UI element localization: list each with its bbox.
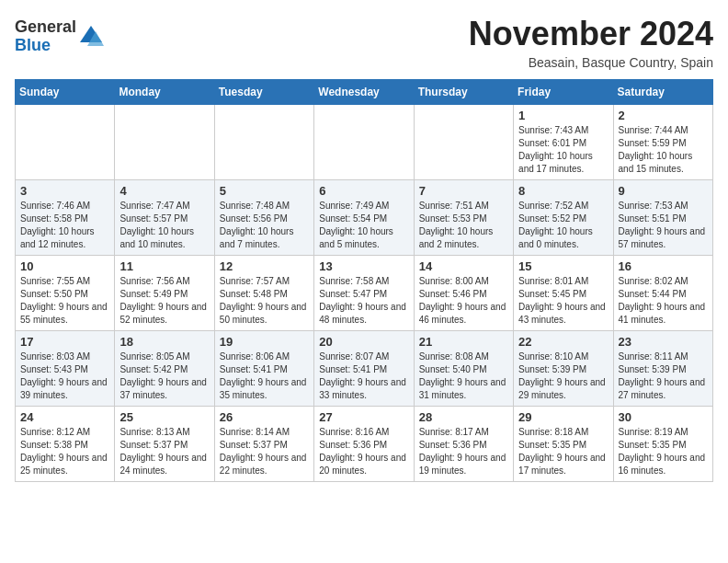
day-info: Sunrise: 7:56 AM Sunset: 5:49 PM Dayligh… <box>119 275 209 327</box>
day-info: Sunrise: 8:14 AM Sunset: 5:37 PM Dayligh… <box>220 426 309 477</box>
weekday-header-friday: Friday <box>514 80 613 105</box>
day-cell: 17Sunrise: 8:03 AM Sunset: 5:43 PM Dayli… <box>16 331 115 407</box>
day-cell: 26Sunrise: 8:14 AM Sunset: 5:37 PM Dayli… <box>214 407 313 482</box>
day-cell: 10Sunrise: 7:55 AM Sunset: 5:50 PM Dayli… <box>16 256 115 331</box>
day-cell: 2Sunrise: 7:44 AM Sunset: 5:59 PM Daylig… <box>613 105 712 180</box>
calendar-table: SundayMondayTuesdayWednesdayThursdayFrid… <box>15 79 713 482</box>
day-info: Sunrise: 8:02 AM Sunset: 5:44 PM Dayligh… <box>619 275 708 327</box>
day-info: Sunrise: 7:53 AM Sunset: 5:51 PM Dayligh… <box>619 200 708 251</box>
day-cell: 11Sunrise: 7:56 AM Sunset: 5:49 PM Dayli… <box>115 256 214 331</box>
day-info: Sunrise: 8:05 AM Sunset: 5:42 PM Dayligh… <box>119 350 209 402</box>
day-number: 13 <box>319 259 408 273</box>
day-number: 28 <box>419 410 508 424</box>
day-cell: 6Sunrise: 7:49 AM Sunset: 5:54 PM Daylig… <box>314 180 414 256</box>
day-number: 22 <box>518 335 608 349</box>
day-cell: 15Sunrise: 8:01 AM Sunset: 5:45 PM Dayli… <box>514 256 613 331</box>
day-number: 17 <box>20 335 109 349</box>
day-number: 21 <box>419 335 508 349</box>
day-cell: 19Sunrise: 8:06 AM Sunset: 5:41 PM Dayli… <box>214 331 313 407</box>
day-info: Sunrise: 8:06 AM Sunset: 5:41 PM Dayligh… <box>220 350 309 402</box>
day-number: 4 <box>119 184 209 198</box>
day-info: Sunrise: 7:57 AM Sunset: 5:48 PM Dayligh… <box>220 275 309 327</box>
weekday-header-thursday: Thursday <box>414 80 513 105</box>
day-info: Sunrise: 7:52 AM Sunset: 5:52 PM Dayligh… <box>518 200 608 251</box>
day-info: Sunrise: 8:07 AM Sunset: 5:41 PM Dayligh… <box>319 350 408 402</box>
day-info: Sunrise: 7:44 AM Sunset: 5:59 PM Dayligh… <box>619 124 708 176</box>
day-number: 14 <box>419 259 508 273</box>
week-row-1: 1Sunrise: 7:43 AM Sunset: 6:01 PM Daylig… <box>16 105 713 180</box>
week-row-4: 17Sunrise: 8:03 AM Sunset: 5:43 PM Dayli… <box>16 331 713 407</box>
day-number: 12 <box>220 259 309 273</box>
day-info: Sunrise: 7:49 AM Sunset: 5:54 PM Dayligh… <box>319 200 408 251</box>
day-info: Sunrise: 8:19 AM Sunset: 5:35 PM Dayligh… <box>619 426 708 477</box>
day-number: 19 <box>220 335 309 349</box>
location: Beasain, Basque Country, Spain <box>469 55 713 70</box>
weekday-header-tuesday: Tuesday <box>214 80 313 105</box>
day-number: 9 <box>619 184 708 198</box>
day-number: 10 <box>20 259 109 273</box>
day-info: Sunrise: 8:10 AM Sunset: 5:39 PM Dayligh… <box>518 350 608 402</box>
day-cell: 20Sunrise: 8:07 AM Sunset: 5:41 PM Dayli… <box>314 331 414 407</box>
day-cell: 12Sunrise: 7:57 AM Sunset: 5:48 PM Dayli… <box>214 256 313 331</box>
day-info: Sunrise: 8:17 AM Sunset: 5:36 PM Dayligh… <box>419 426 508 477</box>
day-info: Sunrise: 7:51 AM Sunset: 5:53 PM Dayligh… <box>419 200 508 251</box>
weekday-header-wednesday: Wednesday <box>314 80 414 105</box>
week-row-2: 3Sunrise: 7:46 AM Sunset: 5:58 PM Daylig… <box>16 180 713 256</box>
day-number: 7 <box>419 184 508 198</box>
day-cell: 14Sunrise: 8:00 AM Sunset: 5:46 PM Dayli… <box>414 256 513 331</box>
day-number: 20 <box>319 335 408 349</box>
weekday-header-monday: Monday <box>115 80 214 105</box>
day-number: 6 <box>319 184 408 198</box>
day-cell: 29Sunrise: 8:18 AM Sunset: 5:35 PM Dayli… <box>514 407 613 482</box>
day-info: Sunrise: 7:55 AM Sunset: 5:50 PM Dayligh… <box>20 275 109 327</box>
day-info: Sunrise: 8:01 AM Sunset: 5:45 PM Dayligh… <box>518 275 608 327</box>
day-number: 27 <box>319 410 408 424</box>
day-cell <box>314 105 414 180</box>
day-cell: 8Sunrise: 7:52 AM Sunset: 5:52 PM Daylig… <box>514 180 613 256</box>
day-cell: 28Sunrise: 8:17 AM Sunset: 5:36 PM Dayli… <box>414 407 513 482</box>
day-cell: 30Sunrise: 8:19 AM Sunset: 5:35 PM Dayli… <box>613 407 712 482</box>
day-info: Sunrise: 8:03 AM Sunset: 5:43 PM Dayligh… <box>20 350 109 402</box>
day-cell: 5Sunrise: 7:48 AM Sunset: 5:56 PM Daylig… <box>214 180 313 256</box>
logo-blue: Blue <box>15 36 51 54</box>
week-row-5: 24Sunrise: 8:12 AM Sunset: 5:38 PM Dayli… <box>16 407 713 482</box>
day-number: 18 <box>119 335 209 349</box>
month-title: November 2024 <box>469 15 713 53</box>
day-number: 3 <box>20 184 109 198</box>
day-number: 8 <box>518 184 608 198</box>
day-number: 1 <box>518 109 608 122</box>
week-row-3: 10Sunrise: 7:55 AM Sunset: 5:50 PM Dayli… <box>16 256 713 331</box>
title-area: November 2024 Beasain, Basque Country, S… <box>469 15 713 70</box>
day-number: 2 <box>619 109 708 122</box>
day-cell <box>414 105 513 180</box>
day-info: Sunrise: 8:11 AM Sunset: 5:39 PM Dayligh… <box>619 350 708 402</box>
weekday-header-sunday: Sunday <box>16 80 115 105</box>
day-number: 25 <box>119 410 209 424</box>
day-info: Sunrise: 7:47 AM Sunset: 5:57 PM Dayligh… <box>119 200 209 251</box>
day-cell: 16Sunrise: 8:02 AM Sunset: 5:44 PM Dayli… <box>613 256 712 331</box>
day-cell: 9Sunrise: 7:53 AM Sunset: 5:51 PM Daylig… <box>613 180 712 256</box>
day-info: Sunrise: 8:13 AM Sunset: 5:37 PM Dayligh… <box>119 426 209 477</box>
day-cell <box>214 105 313 180</box>
day-number: 16 <box>619 259 708 273</box>
day-info: Sunrise: 7:58 AM Sunset: 5:47 PM Dayligh… <box>319 275 408 327</box>
day-info: Sunrise: 8:18 AM Sunset: 5:35 PM Dayligh… <box>518 426 608 477</box>
day-cell <box>115 105 214 180</box>
day-number: 11 <box>119 259 209 273</box>
day-cell: 23Sunrise: 8:11 AM Sunset: 5:39 PM Dayli… <box>613 331 712 407</box>
day-cell <box>16 105 115 180</box>
header: General Blue November 2024 Beasain, Basq… <box>15 15 713 70</box>
day-number: 30 <box>619 410 708 424</box>
day-cell: 22Sunrise: 8:10 AM Sunset: 5:39 PM Dayli… <box>514 331 613 407</box>
day-number: 15 <box>518 259 608 273</box>
day-number: 26 <box>220 410 309 424</box>
weekday-header-row: SundayMondayTuesdayWednesdayThursdayFrid… <box>16 80 713 105</box>
day-info: Sunrise: 7:48 AM Sunset: 5:56 PM Dayligh… <box>220 200 309 251</box>
day-number: 23 <box>619 335 708 349</box>
day-cell: 7Sunrise: 7:51 AM Sunset: 5:53 PM Daylig… <box>414 180 513 256</box>
day-number: 5 <box>220 184 309 198</box>
day-cell: 4Sunrise: 7:47 AM Sunset: 5:57 PM Daylig… <box>115 180 214 256</box>
day-cell: 27Sunrise: 8:16 AM Sunset: 5:36 PM Dayli… <box>314 407 414 482</box>
day-info: Sunrise: 8:16 AM Sunset: 5:36 PM Dayligh… <box>319 426 408 477</box>
day-cell: 3Sunrise: 7:46 AM Sunset: 5:58 PM Daylig… <box>16 180 115 256</box>
